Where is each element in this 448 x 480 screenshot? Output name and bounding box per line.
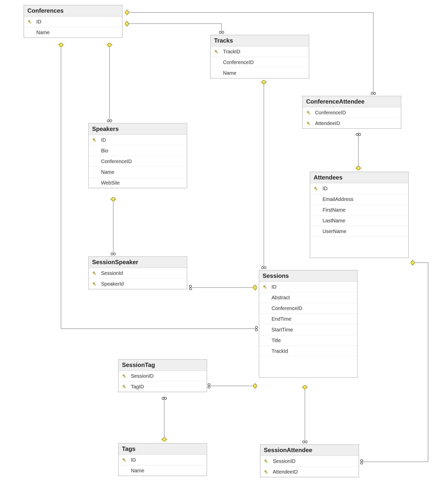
column-row[interactable]: FirstName [310, 205, 408, 215]
column-name: TagID [130, 384, 207, 390]
svg-point-23 [303, 385, 307, 389]
column-name: EmailAddress [322, 196, 408, 202]
svg-rect-35 [217, 53, 218, 53]
column-row[interactable]: SessionID [260, 456, 359, 467]
primary-key-icon [89, 282, 100, 286]
column-row[interactable]: Title [259, 335, 357, 346]
column-row[interactable]: ConferenceID [303, 107, 401, 118]
column-row[interactable]: Name [89, 167, 187, 178]
column-row[interactable]: Name [211, 68, 309, 78]
table-conferences[interactable]: ConferencesIDName [24, 5, 122, 38]
svg-point-5 [125, 11, 129, 14]
table-sessionTag[interactable]: SessionTagSessionIDTagID [118, 359, 207, 392]
column-name: ConferenceID [314, 110, 401, 116]
table-sessions[interactable]: SessionsIDAbstractConferenceIDEndTimeSta… [259, 270, 358, 378]
column-name: Name [35, 30, 122, 35]
column-name: Name [130, 468, 207, 474]
column-row[interactable]: TrackID [211, 46, 309, 57]
table-title: Speakers [89, 123, 187, 135]
column-name: Bio [100, 148, 187, 154]
column-row[interactable]: StartTime [259, 324, 357, 335]
column-name: ID [322, 186, 408, 191]
column-name: EndTime [271, 316, 357, 322]
column-row[interactable]: ID [118, 455, 207, 465]
column-row[interactable]: WebSite [89, 178, 187, 188]
column-row[interactable]: TrackId [259, 346, 357, 357]
table-tags[interactable]: TagsIDName [118, 443, 207, 476]
table-title: Sessions [259, 270, 357, 282]
column-row[interactable]: SpeakerId [89, 279, 187, 289]
empty-row [259, 367, 357, 377]
table-sessionAttendee[interactable]: SessionAttendeeSessionIDAttendeeID [260, 444, 359, 477]
table-conferenceAttendee[interactable]: ConferenceAttendeeConferenceIDAttendeeID [302, 96, 401, 129]
primary-key-icon [24, 19, 35, 24]
svg-rect-80 [125, 388, 125, 388]
column-row[interactable]: Abstract [259, 292, 357, 303]
column-row[interactable]: UserName [310, 226, 408, 237]
svg-rect-95 [267, 473, 267, 474]
table-title: SessionAttendee [260, 445, 359, 456]
table-attendees[interactable]: AttendeesIDEmailAddressFirstNameLastName… [310, 172, 409, 258]
svg-point-25 [411, 261, 414, 264]
table-tracks[interactable]: TracksTrackIDConferenceIDName [210, 35, 309, 78]
column-name: ConferenceID [100, 159, 187, 164]
svg-rect-75 [125, 377, 125, 378]
svg-rect-90 [267, 462, 267, 463]
table-title: Conferences [24, 5, 122, 16]
table-speakers[interactable]: SpeakersIDBioConferenceIDNameWebSite [88, 123, 187, 188]
primary-key-icon [303, 110, 314, 115]
column-row[interactable]: Name [118, 465, 207, 476]
primary-key-icon [211, 49, 222, 54]
column-row[interactable]: ID [89, 135, 187, 145]
svg-point-19 [253, 384, 257, 388]
table-title: SessionSpeaker [89, 257, 187, 268]
column-name: Name [222, 70, 309, 76]
empty-row [259, 357, 357, 367]
empty-row [310, 237, 408, 247]
column-row[interactable]: LastName [310, 215, 408, 226]
column-row[interactable]: ID [310, 183, 408, 194]
svg-rect-70 [266, 288, 266, 289]
column-name: WebSite [100, 180, 187, 186]
column-row[interactable]: EmailAddress [310, 194, 408, 205]
svg-rect-40 [309, 114, 310, 114]
table-title: Tracks [211, 35, 309, 46]
column-name: LastName [322, 218, 408, 224]
rel-speakers-conferences [107, 43, 112, 122]
table-title: Attendees [310, 172, 408, 183]
column-name: TrackID [222, 49, 309, 55]
column-name: AttendeeID [272, 469, 359, 475]
table-title: ConferenceAttendee [303, 96, 401, 107]
table-sessionSpeaker[interactable]: SessionSpeakerSessionIdSpeakerId [88, 256, 187, 289]
primary-key-icon [259, 285, 271, 289]
column-name: ConferenceID [222, 60, 309, 65]
column-row[interactable]: TagID [118, 381, 207, 392]
column-row[interactable]: ConferenceID [211, 57, 309, 68]
column-name: ID [271, 284, 357, 290]
column-row[interactable]: SessionID [118, 371, 207, 381]
column-row[interactable]: SessionId [89, 268, 187, 279]
column-row[interactable]: Bio [89, 145, 187, 156]
table-title: SessionTag [118, 360, 207, 371]
primary-key-icon [118, 458, 130, 462]
column-name: ID [100, 137, 187, 143]
column-row[interactable]: EndTime [259, 314, 357, 324]
svg-rect-65 [95, 285, 96, 286]
column-name: StartTime [271, 327, 357, 333]
rel-tracks-conferences [125, 21, 224, 34]
svg-point-17 [59, 43, 63, 47]
column-row[interactable]: Name [24, 27, 122, 38]
primary-key-icon [260, 459, 272, 463]
primary-key-icon [118, 384, 130, 389]
column-row[interactable]: AttendeeID [303, 118, 401, 128]
column-row[interactable]: ID [24, 16, 122, 27]
primary-key-icon [118, 374, 130, 378]
column-row[interactable]: ConferenceID [259, 303, 357, 314]
svg-point-9 [108, 43, 111, 47]
column-name: SessionID [130, 373, 207, 379]
column-row[interactable]: AttendeeID [260, 467, 359, 477]
column-row[interactable]: ConferenceID [89, 156, 187, 167]
rel-sessionspeaker-speakers [110, 197, 116, 255]
column-row[interactable]: ID [259, 282, 357, 292]
empty-row [310, 247, 408, 258]
